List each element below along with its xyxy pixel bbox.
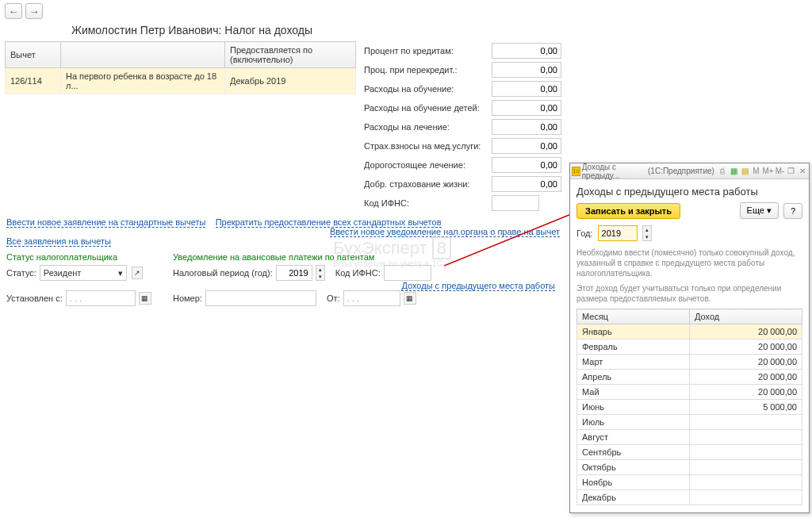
credit-pct-input[interactable]: [492, 43, 561, 59]
main-window: ← → Жимолостин Петр Иванович: Налог на д…: [0, 0, 567, 313]
tax-period-input[interactable]: [276, 265, 312, 281]
income-cell[interactable]: 5 000,00: [690, 400, 802, 415]
month-cell: Май: [577, 385, 690, 400]
income-cell[interactable]: 20 000,00: [690, 340, 802, 355]
ded-desc: На первого ребенка в возрасте до 18 л...: [61, 68, 225, 94]
lbl-life-ins: Добр. страхование жизни:: [364, 179, 487, 189]
link-new-std[interactable]: Ввести новое заявление на стандартные вы…: [6, 217, 205, 228]
link-prev-income[interactable]: Доходы с предыдущего места работы: [401, 281, 555, 291]
close-icon[interactable]: ✕: [798, 166, 807, 177]
spinner-down-icon[interactable]: ▾: [643, 233, 651, 240]
income-cell[interactable]: 20 000,00: [690, 385, 802, 400]
patent-ifns-input[interactable]: [384, 265, 431, 281]
table-row[interactable]: Декабрь: [577, 490, 802, 505]
lbl-set-from: Установлен с:: [6, 294, 63, 303]
tb-print-icon[interactable]: ⎙: [718, 166, 727, 177]
income-cell[interactable]: [690, 460, 802, 475]
tb-mminus-icon[interactable]: M-: [776, 166, 785, 177]
table-row[interactable]: Июль: [577, 415, 802, 430]
link-stop-std[interactable]: Прекратить предоставление всех стандартн…: [216, 217, 442, 228]
nav-back-button[interactable]: ←: [5, 3, 22, 19]
lbl-number: Номер:: [173, 294, 202, 303]
table-row[interactable]: Январь20 000,00: [577, 324, 802, 340]
nav-forward-button[interactable]: →: [25, 3, 43, 19]
lbl-exp-med: Дорогостоящее лечение:: [364, 160, 487, 170]
ded-until: Декабрь 2019: [225, 68, 356, 94]
tb-calendar-icon[interactable]: ▤: [740, 166, 749, 177]
year-input[interactable]: [598, 225, 638, 241]
income-cell[interactable]: 20 000,00: [690, 370, 802, 385]
th-desc: [61, 42, 225, 68]
calendar-icon[interactable]: ▦: [404, 292, 416, 305]
popup-titlebar[interactable]: 1c Доходы с предыду... (1С:Предприятие) …: [570, 163, 809, 179]
popup-hint2: Этот доход будет учитываться только при …: [576, 283, 802, 309]
exp-med-input[interactable]: [492, 157, 561, 173]
med-input[interactable]: [492, 119, 561, 135]
deduction-table[interactable]: Вычет Предоставляется по (включительно) …: [5, 41, 356, 94]
table-row[interactable]: Ноябрь: [577, 475, 802, 490]
link-new-notice[interactable]: Ввести новое уведомление нал.органа о пр…: [330, 227, 560, 237]
th-income: Доход: [690, 309, 802, 324]
spinner-up-icon[interactable]: ▴: [316, 266, 324, 273]
edu-input[interactable]: [492, 81, 561, 97]
income-cell[interactable]: 20 000,00: [690, 355, 802, 370]
lbl-ifns: Код ИФНС:: [364, 198, 487, 208]
tb-restore-icon[interactable]: ❐: [787, 166, 796, 177]
tax-period-spinner[interactable]: ▴▾: [316, 265, 325, 281]
table-row[interactable]: Сентябрь: [577, 445, 802, 460]
lbl-tax-period: Налоговый период (год):: [173, 268, 273, 278]
status-select[interactable]: Резидент ▾: [40, 265, 127, 281]
table-row[interactable]: Июнь5 000,00: [577, 400, 802, 415]
income-cell[interactable]: [690, 475, 802, 490]
table-row[interactable]: Март20 000,00: [577, 355, 802, 370]
income-cell[interactable]: [690, 430, 802, 445]
month-cell: Август: [577, 430, 690, 445]
patent-number-input[interactable]: [205, 290, 316, 306]
month-cell: Март: [577, 355, 690, 370]
table-row[interactable]: Октябрь: [577, 460, 802, 475]
tb-calc-icon[interactable]: ▦: [729, 166, 738, 177]
popup-title: Доходы с предыдущего места работы: [576, 184, 802, 202]
med-ins-input[interactable]: [492, 138, 561, 154]
lbl-med: Расходы на лечение:: [364, 122, 487, 132]
lbl-status: Статус:: [6, 268, 36, 278]
ifns-code-input[interactable]: [492, 195, 539, 211]
spinner-up-icon[interactable]: ▴: [643, 226, 651, 233]
month-cell: Декабрь: [577, 490, 690, 505]
chevron-down-icon: ▾: [118, 268, 123, 278]
save-close-button[interactable]: Записать и закрыть: [576, 203, 680, 219]
recredit-pct-input[interactable]: [492, 62, 561, 78]
income-cell[interactable]: [690, 415, 802, 430]
status-open-button[interactable]: ↗: [132, 267, 143, 279]
table-row[interactable]: Август: [577, 430, 802, 445]
income-cell[interactable]: 20 000,00: [690, 324, 802, 340]
spinner-down-icon[interactable]: ▾: [316, 273, 324, 280]
calendar-icon[interactable]: ▦: [139, 292, 151, 305]
table-row[interactable]: Май20 000,00: [577, 385, 802, 400]
tb-m-icon[interactable]: M: [751, 166, 760, 177]
edu-kids-input[interactable]: [492, 100, 561, 116]
income-cell[interactable]: [690, 445, 802, 460]
th-month: Месяц: [577, 309, 690, 324]
tb-mplus-icon[interactable]: M+: [763, 166, 774, 177]
table-row[interactable]: Апрель20 000,00: [577, 370, 802, 385]
months-table[interactable]: Месяц Доход Январь20 000,00Февраль20 000…: [576, 309, 802, 505]
status-date-input[interactable]: [66, 290, 136, 306]
right-fields: Процент по кредитам: Проц. при перекреди…: [364, 41, 561, 213]
patent-from-input[interactable]: [343, 290, 400, 306]
popup-tab-title: Доходы с предыду...: [582, 163, 646, 180]
popup-hint1: Необходимо ввести (помесячно) только сов…: [576, 247, 802, 283]
help-button[interactable]: ?: [783, 203, 802, 219]
link-all-req[interactable]: Все заявления на вычеты: [6, 236, 111, 247]
section-patent: Уведомление на авансовые платежи по пате…: [167, 251, 566, 263]
table-row[interactable]: Февраль20 000,00: [577, 340, 802, 355]
month-cell: Ноябрь: [577, 475, 690, 490]
income-cell[interactable]: [690, 490, 802, 505]
table-row[interactable]: 126/114 На первого ребенка в возрасте до…: [6, 68, 356, 94]
year-spinner[interactable]: ▴▾: [642, 225, 652, 241]
popup-app-name: (1С:Предприятие): [648, 167, 714, 175]
status-value: Резидент: [44, 268, 82, 278]
lbl-recredit-pct: Проц. при перекредит.:: [364, 65, 487, 75]
more-button[interactable]: Еще ▾: [740, 202, 779, 219]
life-ins-input[interactable]: [492, 176, 561, 192]
